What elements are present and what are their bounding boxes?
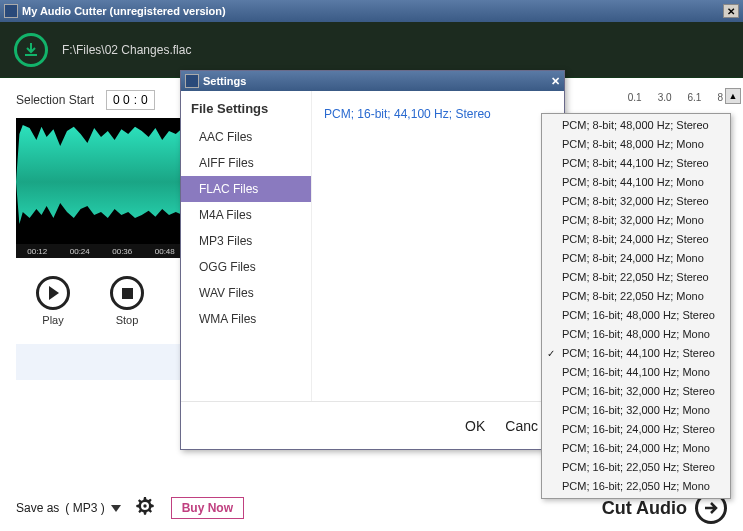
save-as-selector[interactable]: Save as ( MP3 ) bbox=[16, 501, 121, 515]
sidebar-item-wma-files[interactable]: WMA Files bbox=[181, 306, 311, 332]
sidebar-item-mp3-files[interactable]: MP3 Files bbox=[181, 228, 311, 254]
format-option[interactable]: PCM; 8-bit; 32,000 Hz; Mono bbox=[542, 211, 730, 230]
waveform-display[interactable]: 00:12 00:24 00:36 00:48 bbox=[16, 118, 186, 258]
settings-titlebar[interactable]: Settings ✕ bbox=[181, 71, 564, 91]
sidebar-item-aiff-files[interactable]: AIFF Files bbox=[181, 150, 311, 176]
settings-sidebar: File Settings AAC FilesAIFF FilesFLAC Fi… bbox=[181, 91, 311, 401]
format-option[interactable]: PCM; 16-bit; 32,000 Hz; Mono bbox=[542, 401, 730, 420]
format-option[interactable]: PCM; 8-bit; 32,000 Hz; Stereo bbox=[542, 192, 730, 211]
window-title: My Audio Cutter (unregistered version) bbox=[22, 5, 723, 17]
format-option[interactable]: PCM; 16-bit; 48,000 Hz; Stereo bbox=[542, 306, 730, 325]
play-button[interactable]: Play bbox=[36, 276, 70, 326]
format-option[interactable]: PCM; 16-bit; 44,100 Hz; Mono bbox=[542, 363, 730, 382]
scroll-up-icon[interactable]: ▲ bbox=[725, 88, 741, 104]
close-icon[interactable]: ✕ bbox=[723, 4, 739, 18]
current-format-dropdown[interactable]: PCM; 16-bit; 44,100 Hz; Stereo bbox=[324, 107, 552, 121]
file-path: F:\Files\02 Changes.flac bbox=[62, 43, 191, 57]
ok-button[interactable]: OK bbox=[465, 418, 485, 434]
format-option[interactable]: PCM; 16-bit; 44,100 Hz; Stereo bbox=[542, 344, 730, 363]
format-option[interactable]: PCM; 8-bit; 24,000 Hz; Stereo bbox=[542, 230, 730, 249]
sidebar-item-wav-files[interactable]: WAV Files bbox=[181, 280, 311, 306]
chevron-down-icon bbox=[111, 505, 121, 512]
format-option[interactable]: PCM; 16-bit; 48,000 Hz; Mono bbox=[542, 325, 730, 344]
settings-title: Settings bbox=[203, 75, 551, 87]
format-option[interactable]: PCM; 8-bit; 44,100 Hz; Stereo bbox=[542, 154, 730, 173]
titlebar[interactable]: My Audio Cutter (unregistered version) ✕ bbox=[0, 0, 743, 22]
selection-start-label: Selection Start bbox=[16, 93, 94, 107]
gear-icon[interactable] bbox=[135, 496, 155, 520]
stop-button[interactable]: Stop bbox=[110, 276, 144, 326]
format-option[interactable]: PCM; 16-bit; 24,000 Hz; Stereo bbox=[542, 420, 730, 439]
time-scale: 0.1 3.0 6.1 8 bbox=[628, 92, 723, 103]
format-option[interactable]: PCM; 8-bit; 44,100 Hz; Mono bbox=[542, 173, 730, 192]
waveform-ticks: 00:12 00:24 00:36 00:48 bbox=[16, 244, 186, 258]
format-option[interactable]: PCM; 16-bit; 22,050 Hz; Stereo bbox=[542, 458, 730, 477]
settings-dialog: Settings ✕ File Settings AAC FilesAIFF F… bbox=[180, 70, 565, 450]
stop-icon bbox=[122, 288, 133, 299]
format-option[interactable]: PCM; 16-bit; 24,000 Hz; Mono bbox=[542, 439, 730, 458]
format-dropdown-list[interactable]: PCM; 8-bit; 48,000 Hz; StereoPCM; 8-bit;… bbox=[541, 113, 731, 499]
format-option[interactable]: PCM; 16-bit; 32,000 Hz; Stereo bbox=[542, 382, 730, 401]
sidebar-item-aac-files[interactable]: AAC Files bbox=[181, 124, 311, 150]
format-option[interactable]: PCM; 8-bit; 22,050 Hz; Mono bbox=[542, 287, 730, 306]
play-icon bbox=[49, 286, 59, 300]
buy-now-button[interactable]: Buy Now bbox=[171, 497, 244, 519]
format-option[interactable]: PCM; 8-bit; 24,000 Hz; Mono bbox=[542, 249, 730, 268]
cancel-button[interactable]: Canc bbox=[505, 418, 538, 434]
settings-main: PCM; 16-bit; 44,100 Hz; Stereo bbox=[311, 91, 564, 401]
sidebar-item-flac-files[interactable]: FLAC Files bbox=[181, 176, 311, 202]
sidebar-item-ogg-files[interactable]: OGG Files bbox=[181, 254, 311, 280]
settings-app-icon bbox=[185, 74, 199, 88]
app-icon bbox=[4, 4, 18, 18]
format-option[interactable]: PCM; 8-bit; 48,000 Hz; Mono bbox=[542, 135, 730, 154]
sidebar-item-m4a-files[interactable]: M4A Files bbox=[181, 202, 311, 228]
load-file-icon[interactable] bbox=[14, 33, 48, 67]
settings-heading: File Settings bbox=[181, 97, 311, 124]
format-option[interactable]: PCM; 16-bit; 22,050 Hz; Mono bbox=[542, 477, 730, 496]
format-option[interactable]: PCM; 8-bit; 22,050 Hz; Stereo bbox=[542, 268, 730, 287]
selection-start-value[interactable]: 0 0:0 bbox=[106, 90, 155, 110]
settings-close-icon[interactable]: ✕ bbox=[551, 75, 560, 88]
format-option[interactable]: PCM; 8-bit; 48,000 Hz; Stereo bbox=[542, 116, 730, 135]
